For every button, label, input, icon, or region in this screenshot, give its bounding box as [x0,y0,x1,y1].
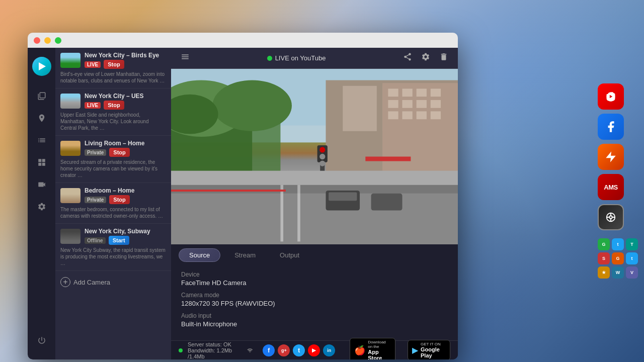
audio-input-label: Audio input [181,312,314,319]
camera-header: New York City – Birds Eye LIVE Stop [60,52,166,69]
camera-item-living-room[interactable]: Living Room – Home Private Stop Secured … [55,136,171,183]
menu-button[interactable] [179,50,192,66]
title-bar [28,33,458,48]
camera-name: New York City – Birds Eye [85,52,166,59]
nav-settings-icon[interactable] [32,197,52,217]
stop-button-cam2[interactable]: Stop [104,101,124,110]
live-indicator: LIVE on YouTube [267,54,326,62]
svg-point-1 [609,216,612,219]
live-dot [267,56,272,61]
nav-book-icon[interactable] [32,86,52,106]
share-button[interactable] [401,50,414,66]
tab-output[interactable]: Output [270,248,309,262]
app-store-button[interactable]: 🍎 Download on the App Store [350,338,395,360]
dock-sm-gray[interactable]: ★ [598,266,610,279]
device-label: Device [181,271,314,278]
start-button-cam5[interactable]: Start [109,236,129,245]
nav-grid-icon[interactable] [32,152,52,172]
social-icons: f g+ t ▶ in [263,344,335,356]
stop-button-cam4[interactable]: Stop [109,195,129,204]
camera-mode-value: 644x362 30 FPS (RAWVIDEO) [181,300,314,307]
nav-list-icon[interactable] [32,130,52,150]
delete-button[interactable] [437,50,450,66]
svg-rect-26 [403,111,413,119]
dock-sm-teal[interactable]: T [626,238,638,250]
camera-item-bedroom[interactable]: Bedroom – Home Private Stop The master b… [55,183,171,224]
dock-sm-lblue[interactable]: t [626,252,638,264]
app-body: New York City – Birds Eye LIVE Stop Bird… [28,48,458,359]
camera-header: Living Room – Home Private Stop [60,140,166,157]
social-twitter[interactable]: t [293,344,305,356]
svg-rect-35 [371,194,403,211]
nav-power-icon[interactable] [32,330,52,350]
social-linkedin[interactable]: in [323,344,335,356]
status-bar: Server status: OK Bandwidth: 1.2Mb /1.4M… [171,340,458,359]
dock-sm-vio[interactable]: V [626,266,638,279]
maximize-button[interactable] [55,37,61,44]
camera-header: Bedroom – Home Private Stop [60,187,166,204]
camera-item-nyc-birds-eye[interactable]: New York City – Birds Eye LIVE Stop Bird… [55,48,171,88]
google-play-small-label: GET IT ON [421,342,446,346]
tab-stream[interactable]: Stream [224,248,266,262]
dock-sm-blue[interactable]: t [612,238,624,250]
camera-desc: Bird's-eye view of Lower Manhattan, zoom… [60,71,166,84]
add-camera-button[interactable]: + Add Camera [55,271,171,293]
camera-header: New York City – UES LIVE Stop [60,93,166,110]
svg-rect-36 [280,185,283,242]
nav-video-icon[interactable] [32,174,52,195]
google-play-text: GET IT ON Google Play [421,342,446,358]
server-status-text: Server status: OK [188,341,240,347]
dock-lightning-icon[interactable] [598,144,624,170]
red-bar [171,190,286,192]
tab-source[interactable]: Source [179,248,220,262]
camera-item-subway[interactable]: New York City, Subway Offline Start New … [55,224,171,271]
dock-youtube-icon[interactable] [598,83,624,110]
minimize-button[interactable] [44,37,51,44]
social-googleplus[interactable]: g+ [278,344,290,356]
play-icon [39,62,46,70]
dock-cluster: G t T S G t ★ W V [598,238,638,279]
nav-location-icon[interactable] [32,108,52,128]
dock-s5-icon[interactable] [598,204,624,230]
dock-facebook-icon[interactable] [598,114,624,140]
camera-name: Bedroom – Home [85,187,166,194]
apple-icon: 🍎 [354,345,365,356]
dock-ams-icon[interactable]: AMS [598,174,624,200]
camera-info: New York City, Subway Offline Start [85,228,166,245]
camera-header: New York City, Subway Offline Start [60,228,166,245]
camera-item-nyc-ues[interactable]: New York City – UES LIVE Stop Upper East… [55,88,171,136]
stop-button-cam1[interactable]: Stop [104,60,124,69]
stop-button-cam3[interactable]: Stop [109,148,129,157]
dock-sm-wp[interactable]: W [612,266,624,279]
svg-rect-19 [417,88,427,97]
add-camera-icon: + [60,277,70,287]
social-youtube[interactable]: ▶ [308,344,320,356]
camera-thumbnail [60,188,80,203]
source-info-grid: Device FaceTime HD Camera Camera mode 12… [171,266,458,340]
camera-info: New York City – UES LIVE Stop [85,93,166,110]
add-camera-label: Add Camera [73,279,110,286]
svg-rect-14 [343,86,377,131]
close-button[interactable] [34,37,40,44]
street-view-bg [171,69,458,244]
dock-sm-orange[interactable]: G [612,252,624,264]
status-badge-live: LIVE [85,61,101,68]
camera-info: Living Room – Home Private Stop [85,140,166,157]
settings-button[interactable] [419,50,432,66]
camera-info: New York City – Birds Eye LIVE Stop [85,52,166,69]
camera-list: New York City – Birds Eye LIVE Stop Bird… [55,48,171,359]
app-logo[interactable] [32,57,51,76]
camera-thumbnail [60,141,80,156]
status-badge-offline: Offline [85,237,106,244]
top-actions [401,50,450,66]
svg-rect-34 [329,192,357,201]
camera-name: New York City – UES [85,93,166,100]
dock-sm-red[interactable]: S [598,252,610,264]
google-play-button[interactable]: ▶ GET IT ON Google Play [408,340,450,359]
svg-point-42 [319,160,325,166]
status-badge-private: Private [85,197,106,203]
device-value: FaceTime HD Camera [181,279,314,287]
social-facebook[interactable]: f [263,344,275,356]
svg-rect-18 [403,88,413,97]
dock-sm-green[interactable]: G [598,238,610,250]
